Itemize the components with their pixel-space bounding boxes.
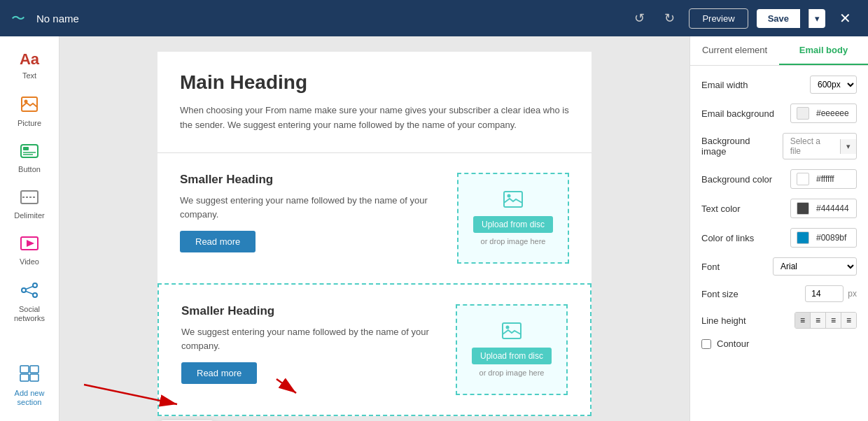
section-main-heading: Main Heading When choosing your From nam…	[158, 52, 592, 152]
font-size-control: px	[805, 285, 857, 302]
svg-rect-2	[21, 145, 38, 157]
upload-btn-2[interactable]: Upload from disc	[472, 348, 552, 364]
image-icon-1	[503, 191, 523, 212]
svg-line-13	[26, 287, 33, 290]
close-button[interactable]: ✕	[834, 7, 857, 29]
smaller-heading-body-1: We suggest entering your name followed b…	[180, 194, 443, 223]
background-image-control[interactable]: Select a file ▾	[783, 133, 857, 159]
links-color-label: Color of links	[701, 233, 764, 243]
sidebar-item-label: Social networks	[9, 305, 50, 323]
upload-btn-1[interactable]: Upload from disc	[473, 216, 553, 233]
sidebar-item-delimiter[interactable]: Delimiter	[4, 183, 56, 227]
section-two-col-2: Smaller Heading We suggest entering your…	[158, 283, 592, 416]
tab-current-element[interactable]: Current element	[690, 36, 779, 65]
topbar: 〜 No name ↺ ↻ Preview Save ▾ ✕	[0, 0, 868, 36]
redo-button[interactable]: ↻	[659, 6, 680, 30]
line-height-control: ≡ ≡ ≡ ≡	[794, 312, 857, 329]
svg-rect-19	[504, 192, 522, 207]
svg-point-22	[506, 325, 510, 329]
drop-text-1: or drop image here	[481, 237, 546, 245]
save-button[interactable]: Save	[757, 9, 800, 28]
smaller-heading-1: Smaller Heading	[180, 173, 443, 187]
email-width-control: 600px 640px 800px	[810, 76, 857, 94]
delimiter-icon	[20, 190, 38, 208]
smaller-heading-body-2: We suggest entering your name followed b…	[181, 325, 442, 355]
svg-rect-21	[503, 323, 521, 338]
add-section-icon	[20, 365, 39, 386]
read-more-button-1[interactable]: Read more	[180, 231, 255, 252]
email-background-control[interactable]: #eeeeee	[790, 104, 857, 123]
app-name: No name	[36, 13, 324, 24]
contour-checkbox[interactable]	[701, 339, 711, 349]
read-more-button-2[interactable]: Read more	[181, 362, 257, 384]
svg-point-20	[507, 194, 511, 197]
sidebar-item-label: Picture	[18, 119, 41, 127]
background-color-row: Background color #ffffff	[701, 169, 857, 189]
right-panel: Current element Email body Email width 6…	[690, 36, 868, 421]
email-width-select[interactable]: 600px 640px 800px	[810, 76, 857, 94]
sidebar-item-text[interactable]: Aa Text	[4, 43, 56, 87]
background-color-value: #ffffff	[816, 174, 834, 184]
sidebar: Aa Text Picture Button Delimiter Video	[0, 36, 59, 421]
sidebar-item-label: Text	[22, 71, 36, 80]
picture-icon	[21, 97, 38, 116]
line-height-row: Line height ≡ ≡ ≡ ≡	[701, 312, 857, 329]
email-background-row: Email background #eeeeee	[701, 104, 857, 123]
text-icon: Aa	[20, 50, 39, 69]
svg-point-12	[33, 293, 37, 297]
sidebar-item-button[interactable]: Button	[4, 137, 56, 180]
panel-tabs: Current element Email body	[690, 36, 868, 66]
font-size-unit: px	[848, 289, 857, 299]
align-justify-btn[interactable]: ≡	[841, 313, 856, 328]
logo-icon: 〜	[11, 9, 25, 28]
file-select-arrow[interactable]: ▾	[840, 139, 856, 154]
text-color-control[interactable]: #444444	[790, 199, 857, 218]
col-text-2: Smaller Heading We suggest entering your…	[181, 304, 442, 395]
font-size-row: Font size px	[701, 285, 857, 302]
font-select[interactable]: Arial Georgia Verdana Tahoma	[773, 257, 857, 276]
contour-label: Contour	[717, 338, 749, 349]
align-left-btn[interactable]: ≡	[795, 313, 811, 328]
sidebar-item-label: Button	[18, 165, 41, 173]
align-center-btn[interactable]: ≡	[811, 313, 826, 328]
background-image-row: Background image Select a file ▾	[701, 133, 857, 159]
svg-point-10	[22, 288, 26, 292]
text-color-label: Text color	[701, 204, 764, 214]
sidebar-item-label: Video	[20, 257, 39, 266]
links-color-control[interactable]: #0089bf	[790, 228, 857, 248]
main-heading: Main Heading	[180, 71, 569, 94]
col-text-1: Smaller Heading We suggest entering your…	[180, 173, 443, 264]
section-two-col-1: Smaller Heading We suggest entering your…	[158, 153, 592, 283]
svg-line-14	[26, 292, 33, 294]
font-size-label: Font size	[701, 289, 764, 299]
background-image-value: Select a file	[783, 134, 840, 159]
svg-rect-17	[20, 374, 29, 381]
email-width-row: Email width 600px 640px 800px	[701, 76, 857, 94]
tab-email-body[interactable]: Email body	[779, 36, 868, 65]
svg-rect-3	[23, 147, 29, 150]
sidebar-item-add-section[interactable]: Add new section	[4, 358, 56, 414]
background-color-label: Background color	[701, 174, 772, 185]
image-icon-2	[502, 322, 522, 343]
panel-content: Email width 600px 640px 800px Email back…	[690, 66, 868, 359]
main-heading-body: When choosing your From name make sure y…	[180, 104, 569, 133]
main-layout: Aa Text Picture Button Delimiter Video	[0, 36, 868, 421]
links-color-value: #0089bf	[816, 233, 846, 243]
canvas-area: Main Heading When choosing your From nam…	[59, 36, 690, 421]
font-size-input[interactable]	[805, 285, 844, 302]
sidebar-item-picture[interactable]: Picture	[4, 90, 56, 134]
background-color-control[interactable]: #ffffff	[790, 169, 857, 189]
canvas-inner: Main Heading When choosing your From nam…	[59, 36, 690, 421]
font-label: Font	[701, 262, 764, 272]
svg-rect-18	[30, 374, 38, 381]
svg-point-11	[33, 283, 37, 287]
align-right-btn[interactable]: ≡	[826, 313, 841, 328]
sidebar-item-social[interactable]: Social networks	[4, 276, 56, 330]
undo-button[interactable]: ↺	[629, 6, 650, 30]
svg-rect-15	[20, 366, 29, 373]
save-dropdown-button[interactable]: ▾	[808, 9, 825, 28]
sidebar-item-video[interactable]: Video	[4, 229, 56, 273]
background-image-label: Background image	[701, 136, 777, 157]
video-icon	[20, 236, 38, 255]
preview-button[interactable]: Preview	[689, 8, 748, 29]
